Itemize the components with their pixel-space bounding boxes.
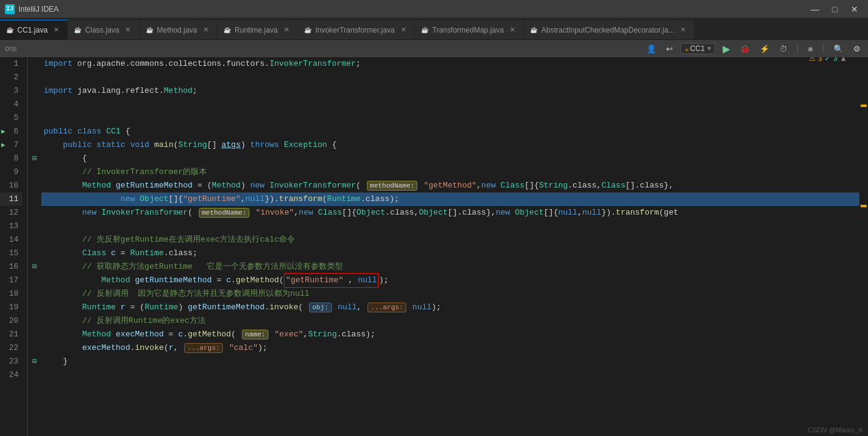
red-outline-box: "getRuntime" , null xyxy=(284,273,379,288)
gutter: ⊟ ⊟ ⊟ xyxy=(28,57,41,436)
gutter-24 xyxy=(28,368,41,382)
tab-close-method[interactable]: ✕ xyxy=(201,25,211,35)
run-config-selector[interactable]: ☕ CC1 ▼ xyxy=(680,43,715,54)
gutter-11 xyxy=(28,192,41,206)
tab-close-class[interactable]: ✕ xyxy=(123,25,133,35)
hint-args-22: ...args: xyxy=(184,343,223,353)
line-num-7: ▶ 7 xyxy=(0,138,22,152)
minimize-button[interactable]: — xyxy=(806,3,824,15)
code-line-20: // 反射调用Runtime的exec方法 xyxy=(41,314,859,328)
ons-label: ons xyxy=(5,44,17,53)
editor-container: 1 2 3 4 5 ▶ 6 ▶ 7 8 9 10 11 12 13 14 15 … xyxy=(0,57,868,436)
line-num-1: 1 xyxy=(0,57,22,71)
titlebar: IJ IntelliJ IDEA — □ ✕ xyxy=(0,0,868,18)
warn-count: 3 xyxy=(818,57,822,65)
fold-marker-23[interactable]: ⊟ xyxy=(32,355,36,368)
hint-obj-19: obj: xyxy=(309,303,331,312)
back-button[interactable]: ↩ xyxy=(664,42,675,55)
line-numbers: 1 2 3 4 5 ▶ 6 ▶ 7 8 9 10 11 12 13 14 15 … xyxy=(0,57,28,436)
tab-abstract[interactable]: ☕ AbstractInputCheckedMapDecorator.ja...… xyxy=(524,20,694,39)
line-num-17: 17 xyxy=(0,274,22,287)
coverage-button[interactable]: ⚡ xyxy=(757,42,772,55)
tab-close-transformed[interactable]: ✕ xyxy=(507,25,517,35)
tab-label: CC1.java xyxy=(17,26,47,34)
run-indicator-6: ▶ xyxy=(1,125,6,138)
titlebar-left: IJ IntelliJ IDEA xyxy=(5,4,58,14)
tab-close-abstract[interactable]: ✕ xyxy=(678,25,688,35)
gutter-1 xyxy=(28,57,41,71)
app-icon: IJ xyxy=(5,4,15,14)
toolbar-right: 👤 ↩ ☕ CC1 ▼ ▶ 🐞 ⚡ ⏱ | ■ | 🔍 ⚙ xyxy=(644,42,863,55)
profile-button[interactable]: 👤 xyxy=(644,42,659,55)
gutter-6 xyxy=(28,125,41,138)
code-line-14: // 先反射getRuntime在去调用exec方法去执行calc命令 xyxy=(41,233,859,247)
tab-invoker[interactable]: ☕ InvokerTransformer.java ✕ xyxy=(298,20,415,39)
code-line-18: // 反射调用 因为它是静态方法并且无参数调用所以都为null xyxy=(41,287,859,301)
code-line-3: import java.lang.reflect. Method ; xyxy=(41,84,859,98)
line-num-2: 2 xyxy=(0,71,22,84)
run-config-label: CC1 xyxy=(690,44,705,53)
code-line-9: // InvokerTransformer的版本 xyxy=(41,165,859,179)
titlebar-controls[interactable]: — □ ✕ xyxy=(806,3,863,15)
settings-button[interactable]: ⚙ xyxy=(851,42,863,55)
gutter-14 xyxy=(28,233,41,247)
warning-marker-2 xyxy=(861,205,867,207)
line-num-23: 23 xyxy=(0,355,22,368)
gutter-3 xyxy=(28,84,41,98)
gutter-21 xyxy=(28,328,41,341)
code-line-19: Runtime r = ( Runtime ) getRuntimeMethod… xyxy=(41,301,859,314)
line-num-3: 3 xyxy=(0,84,22,98)
hint-methodname-12: methodName: xyxy=(199,208,250,218)
tab-close-cc1[interactable]: ✕ xyxy=(51,25,61,35)
gutter-8: ⊟ xyxy=(28,152,41,165)
line-num-11: 11 xyxy=(0,192,22,206)
tab-close-runtime[interactable]: ✕ xyxy=(281,25,291,35)
gutter-15 xyxy=(28,247,41,260)
line-num-21: 21 xyxy=(0,328,22,341)
close-button[interactable]: ✕ xyxy=(846,3,863,15)
tab-label-3: Method.java xyxy=(157,26,197,34)
gutter-18 xyxy=(28,287,41,301)
fold-marker-16[interactable]: ⊟ xyxy=(32,260,36,274)
code-line-2 xyxy=(41,71,859,84)
warning-marker-1 xyxy=(861,105,867,107)
java-icon-6: ☕ xyxy=(421,26,428,33)
expand-icon[interactable]: ▲ xyxy=(840,57,847,65)
run-button[interactable]: ▶ xyxy=(720,42,733,55)
tab-close-invoker[interactable]: ✕ xyxy=(398,25,408,35)
gutter-22 xyxy=(28,341,41,355)
maximize-button[interactable]: □ xyxy=(826,3,843,15)
code-line-24 xyxy=(41,368,859,382)
debug-button[interactable]: 🐞 xyxy=(737,42,752,55)
stop-button[interactable]: ■ xyxy=(806,42,816,55)
profile-run-button[interactable]: ⏱ xyxy=(777,42,790,55)
separator-2: | xyxy=(820,43,826,54)
tab-method[interactable]: ☕ Method.java ✕ xyxy=(140,20,217,39)
code-editor[interactable]: ⚠ 3 ✓ 3 ▲ import org.apache.commons.coll… xyxy=(41,57,859,436)
line-num-8: 8 xyxy=(0,152,22,165)
ok-icon: ✓ xyxy=(824,57,830,65)
fold-marker-8[interactable]: ⊟ xyxy=(32,152,36,165)
hint-args-19: ...args: xyxy=(368,303,406,312)
gutter-2 xyxy=(28,71,41,84)
tab-runtime[interactable]: ☕ Runtime.java ✕ xyxy=(217,20,298,39)
gutter-12 xyxy=(28,206,41,220)
tab-label-6: TransformedMap.java xyxy=(432,26,504,34)
code-line-13 xyxy=(41,220,859,233)
tab-class[interactable]: ☕ Class.java ✕ xyxy=(68,20,139,39)
code-line-10: Method getRuntimeMethod = ( Method ) new… xyxy=(41,179,859,192)
java-icon-7: ☕ xyxy=(530,26,537,33)
code-line-21: Method execMethod = c . getMethod ( name… xyxy=(41,328,859,341)
hint-methodname-10: methodName: xyxy=(367,181,418,191)
line-num-14: 14 xyxy=(0,233,22,247)
tab-cc1[interactable]: ☕ CC1.java ✕ xyxy=(0,20,68,39)
tab-transformed[interactable]: ☕ TransformedMap.java ✕ xyxy=(415,20,524,39)
search-button[interactable]: 🔍 xyxy=(831,42,846,55)
run-indicator-7: ▶ xyxy=(1,138,6,152)
line-num-20: 20 xyxy=(0,314,22,328)
gutter-7 xyxy=(28,138,41,152)
line-num-22: 22 xyxy=(0,341,22,355)
line-num-9: 9 xyxy=(0,165,22,179)
warn-icon: ⚠ xyxy=(809,57,816,65)
line-num-13: 13 xyxy=(0,220,22,233)
